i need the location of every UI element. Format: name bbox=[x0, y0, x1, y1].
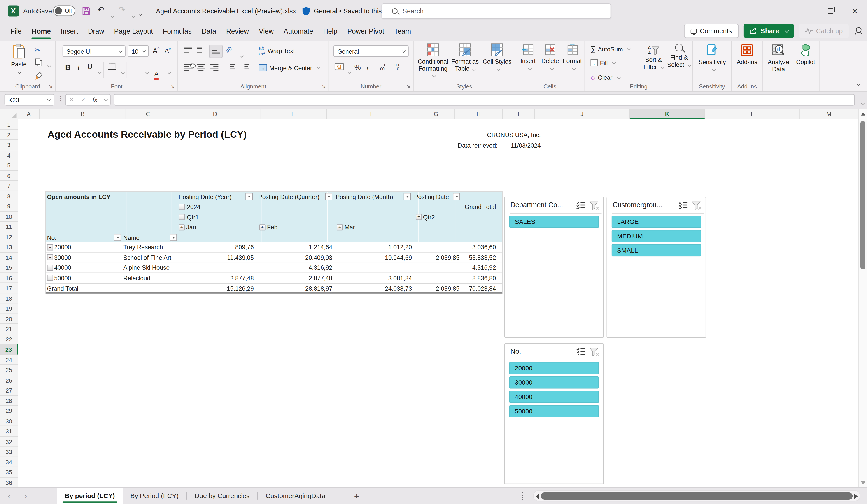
multi-select-icon[interactable] bbox=[678, 201, 688, 209]
column-header-I[interactable]: I bbox=[503, 109, 535, 119]
column-header-A[interactable]: A bbox=[18, 109, 40, 119]
new-sheet-button[interactable]: + bbox=[354, 487, 359, 504]
slicer-department-code[interactable]: Department Co...SALES bbox=[504, 197, 604, 337]
decrease-font-size-icon[interactable]: Av bbox=[165, 46, 171, 54]
row-header-36[interactable]: 36 bbox=[0, 478, 18, 487]
ribbon-tab-view[interactable]: View bbox=[254, 22, 279, 41]
filter-posting-date-year[interactable] bbox=[245, 193, 253, 200]
expand-mar[interactable]: + bbox=[336, 224, 343, 230]
row-header-13[interactable]: 13 bbox=[0, 242, 18, 252]
copilot-button[interactable]: Copilot bbox=[793, 44, 818, 65]
ribbon-tab-review[interactable]: Review bbox=[221, 22, 254, 41]
redo-dropdown-icon[interactable] bbox=[129, 10, 134, 20]
clear-filter-icon[interactable] bbox=[692, 201, 702, 210]
quick-access-overflow-icon[interactable] bbox=[138, 8, 143, 18]
slicer-item-40000[interactable]: 40000 bbox=[509, 391, 599, 403]
row-header-20[interactable]: 20 bbox=[0, 314, 18, 324]
scroll-left-icon[interactable] bbox=[536, 494, 539, 499]
paste-button[interactable]: Paste bbox=[7, 44, 31, 74]
collapse-ribbon-icon[interactable] bbox=[854, 78, 859, 88]
slicer-item-SALES[interactable]: SALES bbox=[509, 216, 599, 228]
fill-button[interactable]: ↓ Fill bbox=[591, 59, 615, 66]
copy-icon[interactable] bbox=[35, 59, 40, 65]
number-format-select[interactable]: General bbox=[333, 45, 409, 57]
minimize-button[interactable]: – bbox=[794, 0, 818, 22]
collapse-40000[interactable]: - bbox=[47, 265, 53, 271]
horizontal-scrollbar[interactable] bbox=[533, 490, 860, 501]
clear-filter-icon[interactable] bbox=[589, 347, 599, 356]
fill-color-dropdown-icon[interactable] bbox=[143, 66, 148, 76]
bold-button[interactable]: B bbox=[65, 63, 71, 71]
scroll-right-icon[interactable] bbox=[854, 494, 858, 499]
vertical-scrollbar-thumb[interactable] bbox=[860, 121, 865, 269]
insert-cells-button[interactable]: Insert bbox=[517, 44, 538, 71]
sheet-nav-previous-icon[interactable]: ‹ bbox=[8, 487, 10, 504]
row-header-6[interactable]: 6 bbox=[0, 171, 18, 181]
row-header-23[interactable]: 23 bbox=[0, 344, 18, 355]
tab-scrollbar-split-handle[interactable] bbox=[522, 492, 523, 501]
row-header-16[interactable]: 16 bbox=[0, 273, 18, 283]
name-box[interactable]: K23 bbox=[4, 94, 54, 105]
scroll-up-icon[interactable] bbox=[861, 112, 865, 116]
search-input[interactable]: Search bbox=[382, 3, 611, 19]
number-dialog-launcher[interactable]: ↘ bbox=[406, 84, 410, 89]
catch-up-button[interactable]: Catch up bbox=[799, 24, 849, 38]
multi-select-icon[interactable] bbox=[576, 347, 586, 355]
align-right-icon[interactable] bbox=[210, 64, 218, 73]
middle-align-icon[interactable] bbox=[197, 47, 205, 54]
save-icon[interactable] bbox=[82, 7, 90, 15]
addins-button[interactable]: Add-ins bbox=[734, 44, 760, 65]
row-header-5[interactable]: 5 bbox=[0, 160, 18, 170]
increase-font-size-icon[interactable]: A^ bbox=[153, 46, 159, 55]
function-dropdown-icon[interactable] bbox=[104, 97, 108, 101]
delete-cells-button[interactable]: Delete bbox=[539, 44, 560, 71]
cancel-entry-icon[interactable]: ✕ bbox=[69, 96, 74, 103]
name-box-resize-handle[interactable]: ⋮ bbox=[57, 95, 64, 102]
borders-dropdown-icon[interactable] bbox=[119, 66, 124, 76]
find-select-button[interactable]: Find & Select bbox=[667, 44, 691, 68]
row-header-24[interactable]: 24 bbox=[0, 355, 18, 365]
undo-dropdown-icon[interactable] bbox=[108, 10, 113, 20]
row-header-18[interactable]: 18 bbox=[0, 293, 18, 303]
row-header-32[interactable]: 32 bbox=[0, 436, 18, 447]
decrease-indent-icon[interactable] bbox=[227, 64, 235, 71]
alignment-dialog-launcher[interactable]: ↘ bbox=[321, 84, 325, 89]
column-header-L[interactable]: L bbox=[705, 109, 800, 119]
collapse-qtr1[interactable]: - bbox=[179, 214, 185, 220]
font-color-dropdown-icon[interactable] bbox=[165, 66, 170, 76]
slicer-item-LARGE[interactable]: LARGE bbox=[612, 216, 701, 228]
row-header-25[interactable]: 25 bbox=[0, 365, 18, 375]
merge-center-button[interactable]: ↔ Merge & Center bbox=[259, 64, 320, 71]
borders-icon[interactable] bbox=[108, 63, 116, 70]
column-header-G[interactable]: G bbox=[417, 109, 455, 119]
row-header-34[interactable]: 34 bbox=[0, 457, 18, 467]
row-header-17[interactable]: 17 bbox=[0, 283, 18, 293]
orientation-icon[interactable]: ab bbox=[226, 46, 232, 53]
font-size-select[interactable]: 10 bbox=[128, 45, 149, 57]
align-left-icon[interactable] bbox=[184, 64, 192, 73]
collapse-50000[interactable]: - bbox=[47, 275, 53, 281]
select-all-corner[interactable] bbox=[0, 109, 18, 119]
filter-no[interactable] bbox=[114, 234, 121, 241]
formula-input[interactable] bbox=[114, 94, 855, 105]
row-header-31[interactable]: 31 bbox=[0, 426, 18, 436]
comments-button[interactable]: Comments bbox=[684, 24, 738, 38]
row-header-11[interactable]: 11 bbox=[0, 222, 18, 232]
cell-styles-button[interactable]: Cell Styles bbox=[482, 43, 512, 72]
slicer-item-50000[interactable]: 50000 bbox=[509, 405, 599, 417]
increase-decimal-icon[interactable]: ←0.00 bbox=[379, 63, 385, 71]
expand-jan[interactable]: + bbox=[179, 224, 185, 230]
row-header-1[interactable]: 1 bbox=[0, 119, 18, 130]
redo-button[interactable]: ↷ bbox=[118, 5, 125, 15]
slicer-no[interactable]: No.20000300004000050000 bbox=[504, 343, 604, 484]
clipboard-dialog-launcher[interactable]: ↘ bbox=[48, 84, 52, 89]
row-header-21[interactable]: 21 bbox=[0, 324, 18, 334]
document-status[interactable]: General • Saved to this PC bbox=[314, 7, 393, 15]
top-align-icon[interactable] bbox=[184, 47, 192, 54]
vertical-scrollbar[interactable] bbox=[858, 109, 867, 487]
ribbon-tab-page-layout[interactable]: Page Layout bbox=[109, 22, 158, 41]
column-header-E[interactable]: E bbox=[260, 109, 327, 119]
sort-filter-button[interactable]: AZ Sort & Filter bbox=[641, 44, 666, 70]
column-header-M[interactable]: M bbox=[800, 109, 858, 119]
autosum-button[interactable]: ∑ AutoSum bbox=[591, 45, 630, 53]
